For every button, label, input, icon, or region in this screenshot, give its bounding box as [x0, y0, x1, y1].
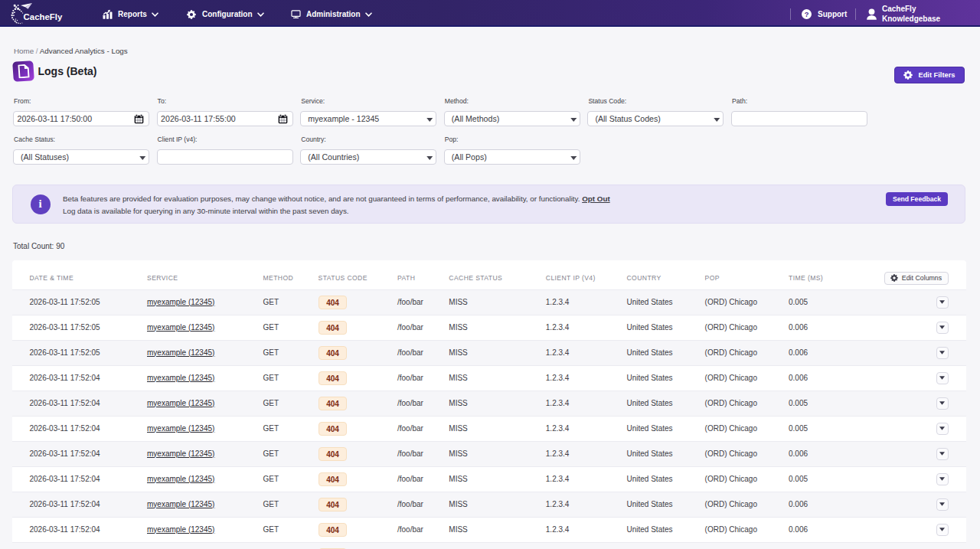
- svg-text:CacheFly: CacheFly: [24, 12, 63, 21]
- svg-text:?: ?: [805, 11, 809, 18]
